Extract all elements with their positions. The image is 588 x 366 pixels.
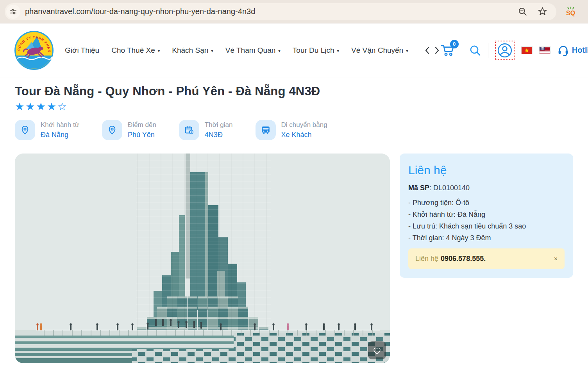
- info-transport: Di chuyển bằng Xe Khách: [256, 120, 327, 140]
- omnibox[interactable]: phanvantravel.com/tour-da-nang-quy-nhon-…: [5, 3, 556, 20]
- content-row: Liên hệ Mã SP: DL0100140 - Phương tiện: …: [15, 154, 573, 363]
- tour-info-row: Khởi hành từ Đà Nẵng Điểm đến Phú Yên: [15, 120, 573, 140]
- detail-departure: - Khởi hành từ: Đà Nẵng: [408, 210, 565, 219]
- site-settings-button[interactable]: [6, 5, 20, 19]
- main-nav: Giới Thiệu Cho Thuê Xe ▾ Khách Sạn ▾ Vé …: [65, 46, 408, 55]
- detail-duration: - Thời gian: 4 Ngày 3 Đêm: [408, 234, 565, 243]
- wishlist-button[interactable]: [368, 341, 386, 359]
- chevron-right-icon: [434, 46, 440, 54]
- nav-next-button[interactable]: [434, 46, 440, 54]
- account-button[interactable]: [495, 41, 515, 60]
- tune-icon: [9, 7, 18, 16]
- detail-vehicle: - Phương tiện: Ô-tô: [408, 198, 565, 207]
- product-code: Mã SP: DL0100140: [408, 184, 565, 192]
- nav-prev-button[interactable]: [425, 46, 430, 54]
- url-text[interactable]: phanvantravel.com/tour-da-nang-quy-nhon-…: [25, 7, 518, 16]
- detail-hotel: - Lưu trú: Khách sạn tiêu chuẩn 3 sao: [408, 222, 565, 231]
- heart-icon: [372, 345, 382, 355]
- bookmark-star-icon[interactable]: [537, 6, 548, 17]
- zoom-out-icon[interactable]: [518, 7, 528, 17]
- hotline-button[interactable]: Hotline: [557, 44, 588, 56]
- product-code-value: DL0100140: [433, 184, 470, 192]
- chevron-down-icon: ▾: [337, 48, 340, 53]
- contact-panel: Liên hệ Mã SP: DL0100140 - Phương tiện: …: [400, 154, 573, 278]
- tour-details-list: - Phương tiện: Ô-tô - Khởi hành từ: Đà N…: [408, 198, 565, 243]
- nav-cho-thue-xe[interactable]: Cho Thuê Xe ▾: [111, 46, 160, 55]
- tower-illustration: [15, 154, 390, 363]
- divider: [462, 43, 462, 58]
- nav-khach-san[interactable]: Khách Sạn ▾: [172, 46, 213, 55]
- browser-extension-icon[interactable]: SQ: [565, 6, 577, 18]
- star-icon-filled: ★: [36, 101, 46, 112]
- contact-panel-title: Liên hệ: [408, 164, 565, 177]
- chevron-down-icon: ▾: [211, 48, 213, 53]
- rating-stars: ★★★★☆: [15, 102, 573, 112]
- bus-icon: [261, 125, 271, 135]
- search-icon[interactable]: [469, 44, 481, 57]
- pin-icon: [107, 125, 117, 135]
- chevron-down-icon: ▾: [158, 48, 160, 53]
- star-icon-filled: ★: [15, 101, 25, 112]
- chevron-left-icon: [425, 46, 430, 54]
- notice-close-button[interactable]: ×: [554, 256, 558, 262]
- info-destination: Điểm đến Phú Yên: [102, 120, 156, 140]
- info-duration: Thời gian 4N3Đ: [179, 120, 233, 140]
- star-icon-filled: ★: [47, 101, 57, 112]
- tour-photo[interactable]: [15, 154, 390, 363]
- info-departure: Khởi hành từ Đà Nẵng: [15, 120, 79, 140]
- tour-page: Tour Đà Nẵng - Quy Nhơn - Phú Yên - Đà N…: [0, 77, 588, 363]
- vietnam-flag-icon[interactable]: ★: [521, 46, 533, 54]
- nav-ve-tham-quan[interactable]: Vé Tham Quan ▾: [225, 46, 281, 55]
- chevron-down-icon: ▾: [406, 48, 408, 53]
- cart-count-badge: 0: [450, 40, 459, 48]
- site-header: CÔNG TY TNHH PHAN VÂN Giới Thiệu Cho Thu…: [0, 23, 588, 77]
- hotline-label: Hotline: [572, 46, 588, 55]
- divider: [488, 43, 488, 58]
- browser-address-bar: phanvantravel.com/tour-da-nang-quy-nhon-…: [0, 0, 588, 23]
- nav-tour-du-lich[interactable]: Tour Du Lịch ▾: [293, 46, 339, 55]
- chevron-down-icon: ▾: [278, 48, 281, 53]
- page-title: Tour Đà Nẵng - Quy Nhơn - Phú Yên - Đà N…: [15, 84, 573, 98]
- svg-text:SQ: SQ: [566, 10, 575, 16]
- site-logo[interactable]: CÔNG TY TNHH PHAN VÂN: [14, 30, 54, 70]
- contact-notice: Liên hệ 0906.578.555 . ×: [408, 248, 565, 269]
- header-actions: 0 ★: [440, 41, 588, 60]
- star-icon-empty: ☆: [57, 101, 68, 112]
- user-account-icon: [497, 42, 513, 59]
- calendar-clock-icon: [184, 125, 194, 135]
- nav-gioi-thieu[interactable]: Giới Thiệu: [65, 46, 99, 55]
- nav-scroll-arrows: [425, 46, 440, 54]
- us-flag-icon[interactable]: [539, 46, 550, 54]
- pin-icon: [20, 125, 30, 135]
- star-icon-filled: ★: [25, 101, 36, 112]
- headset-icon: [557, 44, 569, 56]
- hotline-phone-number: 0906.578.555: [441, 255, 484, 263]
- cart-button[interactable]: 0: [440, 42, 455, 59]
- nav-ve-van-chuyen[interactable]: Vé Vận Chuyển ▾: [351, 46, 408, 55]
